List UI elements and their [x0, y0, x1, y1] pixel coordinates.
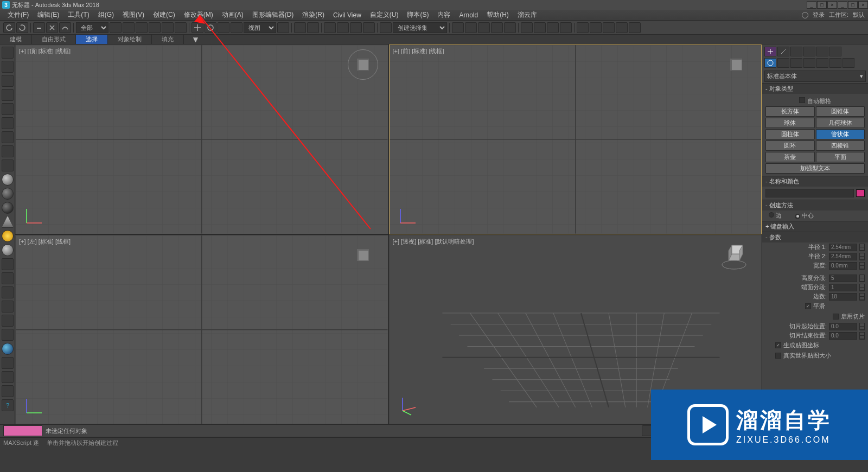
menu-content[interactable]: 内容 — [433, 10, 455, 20]
viewport-top-label[interactable]: [+] [顶] [标准] [线框] — [19, 47, 71, 55]
lt-help-icon[interactable]: ? — [2, 399, 14, 411]
lt-globe-icon[interactable] — [2, 357, 14, 369]
lt-grid2-icon[interactable] — [2, 75, 14, 87]
user-icon[interactable] — [802, 12, 808, 18]
undo-button[interactable] — [3, 22, 15, 33]
viewport-left[interactable]: [+] [左] [标准] [线框] — [15, 235, 388, 425]
lt-sphere-dark2-icon[interactable] — [2, 202, 14, 214]
select-object-button[interactable] — [110, 22, 122, 33]
btn-torus[interactable]: 圆环 — [765, 141, 815, 151]
smooth-checkbox[interactable] — [805, 303, 811, 309]
spacewarps-subtab[interactable] — [829, 58, 841, 68]
sides-spin-btns[interactable] — [859, 293, 865, 301]
menu-animation[interactable]: 动画(A) — [218, 10, 248, 20]
minimize-button[interactable]: _ — [807, 1, 816, 9]
percent-snap-button[interactable] — [350, 22, 362, 33]
scale-button[interactable] — [218, 22, 229, 33]
menu-views[interactable]: 视图(V) — [118, 10, 149, 20]
teapot2-icon[interactable] — [590, 22, 602, 33]
select-name-button[interactable] — [123, 22, 135, 33]
object-color-swatch[interactable] — [856, 189, 865, 197]
viewport-left-label[interactable]: [+] [左] [标准] [线框] — [19, 238, 71, 246]
utilities-tab[interactable] — [829, 47, 841, 56]
lt-wand-icon[interactable] — [2, 272, 14, 284]
lt-teapot-icon[interactable] — [2, 47, 14, 59]
menu-arnold[interactable]: Arnold — [455, 10, 482, 20]
tab-select[interactable]: 选择 — [76, 35, 108, 44]
slice-checkbox[interactable] — [833, 314, 839, 320]
menu-customize[interactable]: 自定义(U) — [366, 10, 403, 20]
btn-cylinder[interactable]: 圆柱体 — [765, 129, 815, 139]
render-setup-button[interactable] — [534, 22, 546, 33]
render-frame-button[interactable] — [547, 22, 559, 33]
category-dropdown[interactable]: 标准基本体▾ — [764, 71, 866, 82]
lt-plant-icon[interactable] — [2, 301, 14, 312]
align-button[interactable] — [465, 22, 477, 33]
menu-modifiers[interactable]: 修改器(M) — [180, 10, 218, 20]
lt-hierarchy-icon[interactable] — [2, 117, 14, 129]
lt-sphere2-icon[interactable] — [2, 244, 14, 256]
rotate-button[interactable] — [205, 22, 216, 33]
lt-sphere-icon[interactable] — [2, 174, 14, 186]
select-region-rect-button[interactable] — [136, 22, 148, 33]
btn-textplus[interactable]: 加强型文本 — [765, 163, 865, 174]
btn-tube[interactable]: 管状体 — [816, 129, 865, 139]
menu-group[interactable]: 组(G) — [94, 10, 118, 20]
maxscript-label[interactable]: MAXScript 迷 — [3, 439, 39, 447]
viewport-persp-label[interactable]: [+] [透视] [标准] [默认明暗处理] — [393, 238, 474, 246]
edit-named-sel-button[interactable] — [380, 22, 392, 33]
shapes-subtab[interactable] — [777, 58, 789, 68]
h-spinner[interactable]: 0.0mm — [829, 262, 857, 270]
method-edge-radio[interactable] — [769, 212, 774, 218]
hierarchy-tab[interactable] — [790, 47, 802, 56]
rollout-kbd[interactable]: + 键盘输入 — [762, 221, 868, 232]
lt-light-icon[interactable] — [2, 103, 14, 115]
tab-model[interactable]: 建模 — [0, 35, 32, 44]
named-selection-set[interactable]: 创建选择集 — [393, 22, 447, 33]
sliceto-spin-btns[interactable] — [859, 332, 865, 340]
menu-grapheditors[interactable]: 图形编辑器(D) — [248, 10, 298, 20]
modify-tab[interactable] — [777, 47, 789, 56]
lt-sphere-dark-icon[interactable] — [2, 188, 14, 200]
lt-sphere-blue-icon[interactable] — [2, 343, 14, 355]
tab-paint[interactable]: 对象绘制 — [108, 35, 152, 44]
spinner-snap-button[interactable] — [363, 22, 375, 33]
placement-button[interactable] — [231, 22, 242, 33]
menu-tools[interactable]: 工具(T) — [63, 10, 93, 20]
lt-ruler-icon[interactable] — [2, 385, 14, 397]
viewport-top[interactable]: [+] [顶] [标准] [线框] — [15, 44, 388, 234]
lt-box-icon[interactable] — [2, 160, 14, 171]
menu-render[interactable]: 渲染(R) — [298, 10, 329, 20]
link-button[interactable] — [33, 22, 45, 33]
mirror-button[interactable] — [452, 22, 464, 33]
cameras-subtab[interactable] — [803, 58, 815, 68]
lt-grid-icon[interactable] — [2, 61, 14, 73]
teapot4-icon[interactable] — [616, 22, 628, 33]
menu-help[interactable]: 帮助(H) — [482, 10, 513, 20]
slice-to-spinner[interactable]: 0.0 — [829, 332, 857, 340]
menu-edit[interactable]: 编辑(E) — [33, 10, 63, 20]
lt-sun-icon[interactable] — [2, 230, 14, 242]
minimize2-button[interactable]: _ — [838, 1, 847, 9]
viewcube-top[interactable] — [348, 49, 378, 80]
use-pivot-button[interactable] — [277, 22, 289, 33]
menu-civil[interactable]: Civil View — [329, 10, 366, 20]
r2-spin-btns[interactable] — [859, 253, 865, 260]
viewcube-front[interactable] — [721, 49, 751, 80]
teapot3-icon[interactable] — [603, 22, 615, 33]
viewport-front[interactable]: [+] [前] [标准] [线框] — [389, 44, 762, 234]
select-manipulate-button[interactable] — [294, 22, 306, 33]
create-tab[interactable] — [764, 47, 776, 56]
select-region-circle-button[interactable] — [149, 22, 161, 33]
restore2-button[interactable]: □ — [848, 1, 858, 9]
ribbon-expand-icon[interactable]: ⯆ — [193, 36, 199, 43]
keyboard-shortcut-button[interactable] — [307, 22, 319, 33]
snap-toggle-button[interactable] — [324, 22, 336, 33]
cs-spinner[interactable]: 1 — [829, 284, 857, 291]
viewcube-persp[interactable] — [719, 241, 749, 271]
slicefrom-spin-btns[interactable] — [859, 323, 865, 330]
workspace-value[interactable]: 默认 — [853, 11, 865, 19]
method-center-radio[interactable] — [795, 214, 800, 219]
slice-from-spinner[interactable]: 0.0 — [829, 323, 857, 330]
realworld-checkbox[interactable] — [775, 353, 781, 359]
